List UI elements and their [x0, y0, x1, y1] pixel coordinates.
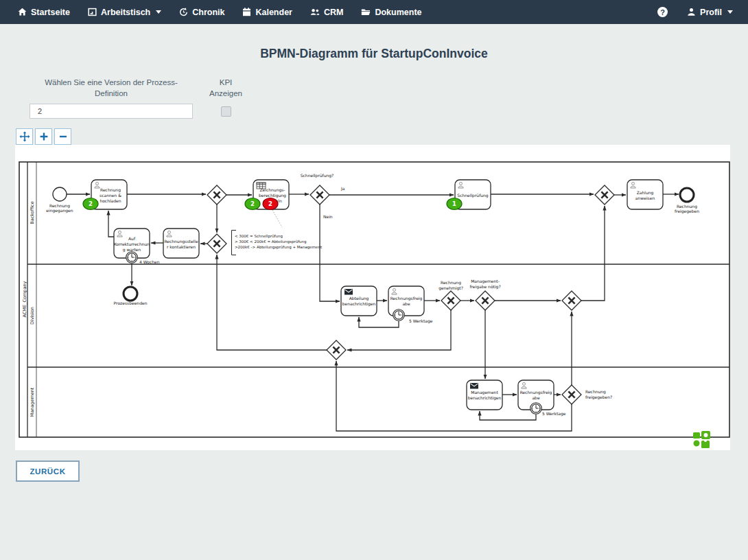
flow-label-ja: Ja [340, 186, 345, 191]
badge-value: 1 [452, 200, 456, 207]
fit-viewport-button[interactable] [16, 128, 33, 145]
event-label: Prozessbeenden [114, 301, 148, 305]
pool-label: ACME_Company [22, 281, 27, 317]
end-event-prozessbeenden[interactable]: Prozessbeenden [114, 287, 148, 305]
task-label: hochladen [100, 198, 121, 203]
end-event-rechnung-freigegeben[interactable]: Rechnung freigegeben [675, 188, 699, 214]
sequence-flow [108, 211, 114, 237]
nav-item-startseite[interactable]: Startseite [18, 8, 70, 17]
minus-icon [58, 131, 69, 142]
task-rechnungsfreigabe-management[interactable]: Rechnungsfreig abe 5 Werktage [518, 380, 566, 417]
history-icon [179, 8, 188, 16]
sequence-flow [359, 317, 399, 327]
nav-right: ? Profil [657, 7, 748, 17]
task-label: Rechnungsstelle [164, 239, 198, 244]
back-button[interactable]: ZURÜCK [16, 460, 80, 482]
nav-item-arbeitstisch[interactable]: Arbeitstisch [88, 8, 161, 17]
gateway-merge-rejected[interactable] [327, 340, 346, 360]
folder-icon [361, 8, 371, 16]
gateway-rechnung-freigegeben[interactable] [562, 385, 581, 404]
boundary-timer-event[interactable] [393, 310, 405, 321]
gateway-rechnung-genehmigt[interactable] [441, 291, 460, 310]
task-label: anweisen [635, 196, 655, 200]
lane-label-division: Division [30, 307, 35, 325]
badge-quickcheck-count[interactable]: 1 [447, 198, 462, 210]
gateway-merge-division[interactable] [562, 291, 581, 310]
workbench-icon [88, 8, 97, 16]
task-label: berechtigung [259, 193, 286, 198]
plus-icon [38, 131, 49, 142]
help-icon[interactable]: ? [657, 7, 668, 17]
annotation-line: >200k€ -> Abteilungsprüfung + Management [235, 245, 323, 250]
task-rechnungsfreigabe-division[interactable]: Rechnungsfreig abe 5 Werktage [388, 286, 433, 324]
task-label: abe [532, 395, 539, 400]
task-abteilung-benachrichtigen[interactable]: Abteilung benachrichtigen [341, 286, 377, 316]
boundary-timer-event[interactable] [126, 252, 138, 264]
annotation-line: < 300€ = Schnellprüfung [235, 234, 283, 239]
task-label: Rechnung [100, 187, 121, 193]
nav-label: Startseite [31, 8, 70, 17]
user-icon [687, 8, 696, 16]
page-title: BPMN-Diagramm für StartupConInvoice [0, 47, 748, 61]
gateway-label: Rechnung [441, 280, 461, 285]
home-icon [18, 8, 27, 16]
task-label: Rechnungsfreig [390, 296, 423, 301]
task-management-benachrichtigen[interactable]: Management benachrichtigen [467, 380, 502, 410]
text-annotation-pruefregeln: < 300€ = Schnellprüfung > 300€ < 200k€ =… [232, 231, 323, 255]
bpmn-canvas[interactable]: ACME_Company Backoffice Division Managem… [15, 145, 730, 450]
nav-item-profil[interactable]: Profil [687, 8, 733, 17]
lane-label-management: Management [30, 387, 35, 417]
badge-authority-count-green[interactable]: 2 [245, 198, 260, 210]
task-label: Schnellprüfung [457, 193, 489, 198]
gateway-merge-contact[interactable] [207, 234, 226, 253]
task-label: scannen & [100, 193, 121, 198]
nav-label: CRM [324, 8, 343, 17]
gateway-schnellpruefung[interactable] [310, 185, 329, 205]
version-input[interactable] [30, 104, 193, 119]
kpi-label-line1: KPI [202, 77, 250, 88]
nav-item-crm[interactable]: CRM [310, 8, 343, 17]
timer-label: 5 Werktage [409, 318, 433, 324]
badge-value: 2 [250, 200, 255, 207]
task-label: Korrekturrechnun [114, 242, 150, 246]
nav-item-dokumente[interactable]: Dokumente [361, 8, 421, 17]
gateway-managementfreigabe-noetig[interactable] [476, 291, 495, 310]
task-label: benachrichtigen [468, 395, 502, 401]
calendar-icon [242, 8, 251, 16]
version-select-label: Wählen Sie eine Version der Prozess- Def… [30, 77, 193, 99]
nav-item-chronik[interactable]: Chronik [179, 8, 224, 17]
chevron-down-icon [156, 10, 161, 14]
gateway-merge-payment[interactable] [595, 185, 614, 205]
badge-authority-count-red[interactable]: 2 [263, 198, 278, 210]
incident-link-line [272, 210, 282, 227]
nav-item-kalender[interactable]: Kalender [242, 8, 292, 17]
users-icon [310, 8, 320, 16]
kpi-toggle-label: KPI Anzeigen [202, 77, 250, 99]
nav-label: Kalender [255, 8, 292, 17]
task-rechnungssteller-kontaktieren[interactable]: Rechnungsstelle r kontaktieren [163, 229, 199, 258]
flow-label-nein: Nein [323, 214, 333, 219]
badge-scan-count[interactable]: 2 [83, 198, 98, 210]
nav-left: Startseite Arbeitstisch Chronik Kalender… [0, 8, 422, 17]
nav-label: Dokumente [375, 8, 421, 17]
gateway-label: freigegeben? [585, 395, 612, 400]
zoom-in-button[interactable] [35, 128, 52, 145]
task-label: benachrichtigen [342, 301, 376, 307]
task-label: Management [471, 390, 498, 395]
page: Startseite Arbeitstisch Chronik Kalender… [0, 0, 748, 560]
task-auf-korrekturrechnung-warten[interactable]: Auf Korrekturrechnun g warten 4 Wochen [114, 229, 160, 264]
boundary-timer-event[interactable] [530, 403, 542, 415]
badge-value: 2 [268, 200, 272, 207]
bpmn-io-logo[interactable] [693, 431, 710, 448]
start-event-rechnung-eingegangen[interactable]: Rechnung eingegangen [46, 187, 73, 213]
zoom-out-button[interactable] [54, 128, 71, 145]
gateway-label: Schnellprüfung? [301, 173, 334, 178]
sequence-flow [217, 255, 327, 350]
kpi-checkbox[interactable] [221, 106, 231, 117]
bpmn-diagram: ACME_Company Backoffice Division Managem… [15, 145, 730, 450]
gateway-split-backoffice[interactable] [207, 185, 226, 205]
sequence-flow [581, 206, 605, 301]
task-zahlung-anweisen[interactable]: Zahlung anweisen [627, 180, 663, 209]
gateway-label: freigabe nötig? [469, 284, 500, 290]
timer-label: 4 Wochen [139, 259, 160, 264]
